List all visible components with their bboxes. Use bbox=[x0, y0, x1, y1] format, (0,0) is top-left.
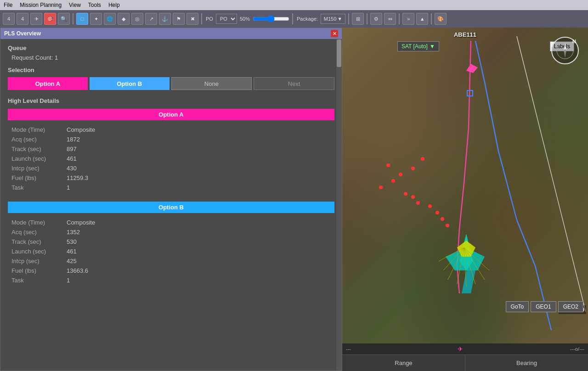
track-label-b: Track (sec) bbox=[8, 237, 63, 247]
threat-dot bbox=[421, 157, 424, 161]
svg-marker-2 bbox=[564, 49, 566, 58]
toolbar-btn-globe[interactable]: 🌐 bbox=[104, 13, 116, 25]
toolbar-btn-plane[interactable]: ✈ bbox=[30, 13, 42, 25]
selection-buttons: Option A Option B None Next bbox=[8, 77, 334, 90]
acq-label: Acq (sec) bbox=[8, 135, 63, 144]
toolbar-btn-arrow[interactable]: ↗ bbox=[145, 13, 157, 25]
toolbar-sep-3 bbox=[292, 13, 293, 24]
svg-line-10 bbox=[443, 247, 464, 270]
bearing-section: Bearing bbox=[465, 354, 588, 371]
threat-dot bbox=[428, 204, 432, 208]
acq-value: 1872 bbox=[63, 135, 334, 144]
toolbar-btn-settings[interactable]: ⚙ bbox=[370, 13, 382, 25]
toolbar-sep-6 bbox=[399, 13, 400, 24]
geo2-button[interactable]: GEO2 bbox=[558, 301, 583, 312]
fuel-value-b: 13663.6 bbox=[63, 266, 334, 275]
flight-paths-svg bbox=[342, 28, 588, 343]
table-row: Intcp (sec) 430 bbox=[8, 163, 334, 173]
panel-close-button[interactable]: ✕ bbox=[331, 30, 338, 37]
zoom-label: 50% bbox=[240, 16, 250, 22]
acq-value-b: 1352 bbox=[63, 227, 334, 237]
svg-marker-7 bbox=[466, 64, 478, 73]
none-button[interactable]: None bbox=[171, 77, 252, 90]
toolbar-combo[interactable]: PO bbox=[216, 14, 237, 24]
mode-value: Composite bbox=[63, 125, 334, 135]
toolbar-btn-target[interactable]: 🎯 bbox=[44, 13, 56, 25]
option-a-table: Mode (Time) Composite Acq (sec) 1872 Tra… bbox=[8, 125, 334, 192]
toolbar-btn-2[interactable]: 4 bbox=[17, 13, 28, 25]
table-row: Track (sec) 530 bbox=[8, 237, 334, 247]
menu-file[interactable]: File bbox=[4, 2, 12, 8]
toolbar-btn-zoom[interactable]: 🔍 bbox=[58, 13, 70, 25]
option-a-header: Option A bbox=[8, 109, 334, 120]
svg-marker-6 bbox=[462, 270, 475, 293]
threat-dot bbox=[411, 167, 415, 170]
track-label: Track (sec) bbox=[8, 144, 63, 154]
table-row: Fuel (lbs) 13663.6 bbox=[8, 266, 334, 275]
zoom-slider[interactable] bbox=[253, 15, 289, 22]
toolbar-btn-up[interactable]: ▲ bbox=[416, 13, 428, 25]
sat-button[interactable]: SAT [Auto] ▼ bbox=[397, 41, 439, 51]
range-label: Range bbox=[395, 360, 412, 366]
mode-value-b: Composite bbox=[63, 218, 334, 227]
toolbar-btn-palette[interactable]: 🎨 bbox=[435, 13, 447, 25]
threat-dot bbox=[399, 173, 402, 176]
main-area: PLS Overview ✕ Queue Request Count: 1 Se… bbox=[0, 28, 588, 371]
intcp-value-b: 425 bbox=[63, 256, 334, 266]
toolbar-sep-1 bbox=[73, 13, 74, 24]
table-row: Acq (sec) 1352 bbox=[8, 227, 334, 237]
option-b-button[interactable]: Option B bbox=[90, 77, 170, 90]
toolbar-btn-box[interactable]: □ bbox=[76, 13, 88, 25]
svg-line-14 bbox=[464, 247, 475, 284]
toolbar-btn-cross[interactable]: ✖ bbox=[187, 13, 198, 25]
package-area: Package: M150 ▼ bbox=[296, 14, 345, 24]
toolbar-btn-circle[interactable]: ◎ bbox=[131, 13, 143, 25]
menu-view[interactable]: View bbox=[69, 2, 81, 8]
menu-mission-planning[interactable]: Mission Planning bbox=[20, 2, 62, 8]
toolbar-sep-4 bbox=[348, 13, 349, 24]
toolbar-btn-flag[interactable]: ⚑ bbox=[173, 13, 185, 25]
status-middle: ---o/--- bbox=[570, 346, 584, 352]
threat-dot bbox=[379, 186, 383, 189]
table-row: Intcp (sec) 425 bbox=[8, 256, 334, 266]
next-button[interactable]: Next bbox=[254, 77, 334, 90]
svg-line-16 bbox=[464, 247, 489, 270]
toolbar-btn-grid[interactable]: ⊞ bbox=[352, 13, 364, 25]
panel-scrollbar[interactable] bbox=[336, 39, 342, 371]
toolbar-btn-chevron[interactable]: » bbox=[402, 13, 414, 25]
high-level-title: High Level Details bbox=[8, 97, 334, 104]
toolbar: 4 4 ✈ 🎯 🔍 □ ✦ 🌐 ◆ ◎ ↗ ⚓ ⚑ ✖ PO PO 50% Pa… bbox=[0, 10, 588, 28]
bearing-label: Bearing bbox=[516, 360, 537, 366]
task-label: Task bbox=[8, 183, 63, 192]
intcp-label: Intcp (sec) bbox=[8, 163, 63, 173]
request-count-label: Request Count: bbox=[11, 54, 53, 61]
map-action-buttons: GoTo GEO1 GEO2 bbox=[506, 301, 583, 312]
pls-overview-panel: PLS Overview ✕ Queue Request Count: 1 Se… bbox=[0, 28, 342, 371]
toolbar-sep-2 bbox=[201, 13, 202, 24]
aircraft-label: ABE111 bbox=[454, 31, 476, 38]
sat-label: SAT [Auto] bbox=[401, 43, 428, 50]
intcp-label-b: Intcp (sec) bbox=[8, 256, 63, 266]
table-row: Track (sec) 897 bbox=[8, 144, 334, 154]
status-left: --- bbox=[346, 346, 351, 352]
option-a-button[interactable]: Option A bbox=[8, 77, 88, 90]
menu-tools[interactable]: Tools bbox=[88, 2, 101, 8]
svg-line-11 bbox=[448, 247, 464, 280]
toolbar-btn-anchor[interactable]: ⚓ bbox=[159, 13, 171, 25]
geo1-button[interactable]: GEO1 bbox=[531, 301, 556, 312]
package-value[interactable]: M150 ▼ bbox=[321, 14, 345, 24]
map-canvas[interactable]: ABE111 SAT [Auto] ▼ Labels N bbox=[342, 28, 588, 343]
toolbar-btn-drop[interactable]: ◆ bbox=[118, 13, 130, 25]
goto-button[interactable]: GoTo bbox=[506, 301, 529, 312]
threat-dot bbox=[404, 192, 407, 196]
toolbar-btn-star[interactable]: ✦ bbox=[90, 13, 102, 25]
toolbar-btn-connect[interactable]: ⇔ bbox=[384, 13, 396, 25]
range-section: Range bbox=[342, 354, 465, 371]
option-a-section: Option A Mode (Time) Composite Acq (sec)… bbox=[8, 109, 334, 192]
toolbar-btn-1[interactable]: 4 bbox=[3, 13, 15, 25]
menu-help[interactable]: Help bbox=[108, 2, 120, 8]
map-panel: ABE111 SAT [Auto] ▼ Labels N bbox=[342, 28, 588, 371]
threat-dot bbox=[386, 163, 390, 167]
option-b-section: Option B Mode (Time) Composite Acq (sec)… bbox=[8, 202, 334, 285]
fuel-label-b: Fuel (lbs) bbox=[8, 266, 63, 275]
